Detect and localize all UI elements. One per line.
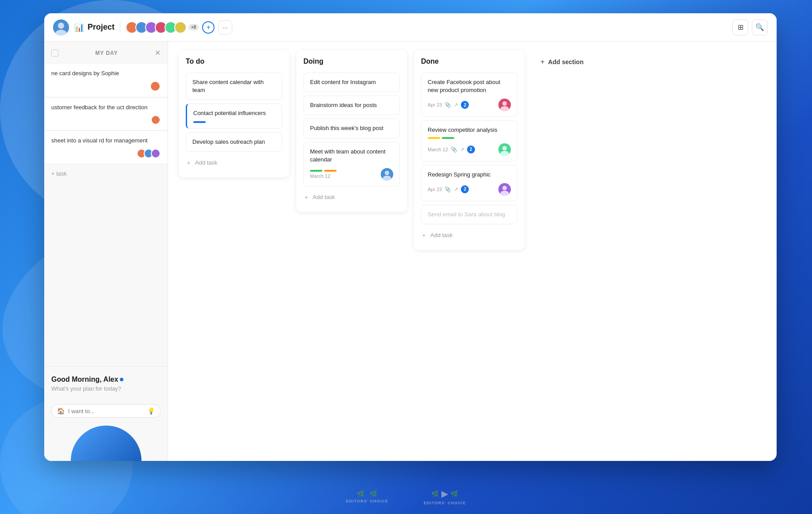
doing-add-task-button[interactable]: ＋ Add task [303, 190, 400, 205]
todo-task-2[interactable]: Contact potential influencers [186, 104, 282, 128]
progress-green2 [442, 137, 454, 139]
todo-task-3-text: Develop sales outreach plan [192, 138, 276, 146]
done-task-2-badge: 2 [467, 146, 475, 153]
done-task-2-date: March 12 [428, 147, 448, 152]
column-done-title: Done [421, 58, 439, 65]
divider [120, 21, 120, 34]
todo-add-icon: ＋ [186, 159, 192, 167]
doing-task-4-progress [310, 170, 337, 172]
leaf-right-1: 🌿 [370, 490, 377, 497]
svg-point-13 [502, 186, 507, 190]
done-task-2-avatar [498, 143, 511, 156]
my-day-checkbox[interactable] [51, 50, 58, 57]
done-task-2-text: Review competitor analysis [428, 126, 511, 134]
column-doing: Doing Edit content for Instagram Brainst… [296, 50, 407, 212]
myday-task-1-meta [51, 81, 161, 92]
share-icon-2: ↗ [460, 146, 464, 153]
myday-add-task[interactable]: + task [44, 165, 168, 182]
done-task-1[interactable]: Create Facebook post about new product p… [421, 73, 517, 117]
myday-task-3-meta [51, 149, 161, 158]
done-task-2[interactable]: Review competitor analysis March 12 📎 ↗ … [421, 120, 517, 161]
done-task-3-date: Apr 23 [428, 187, 442, 192]
todo-task-2-progress [193, 121, 206, 123]
done-task-3[interactable]: Redesign Spring graphic Apr 23 📎 ↗ 2 [421, 165, 517, 201]
done-task-4-text: Send email to Sara about blog [428, 211, 511, 219]
doing-task-3[interactable]: Publish this week's blog post [303, 119, 400, 138]
todo-task-3[interactable]: Develop sales outreach plan [186, 132, 282, 152]
myday-task-2-meta [51, 115, 161, 125]
svg-point-10 [502, 146, 507, 150]
doing-task-1[interactable]: Edit content for Instagram [303, 73, 400, 92]
svg-point-4 [385, 171, 389, 175]
badge-label-1: EDITORS' CHOICE [346, 499, 388, 503]
more-options-button[interactable]: ··· [218, 20, 232, 35]
done-task-2-progress [428, 137, 511, 139]
my-day-task-list: ne card designs by Sophie ustomer feedba… [44, 61, 168, 366]
my-day-header: MY DAY ✕ [44, 42, 168, 61]
progress-orange [324, 170, 337, 172]
column-done: Done Create Facebook post about new prod… [414, 50, 525, 250]
share-icon-3: ↗ [454, 186, 458, 192]
add-member-button[interactable]: + [202, 21, 214, 34]
progress-green [310, 170, 322, 172]
greeting-dot [120, 378, 123, 381]
project-title: 📊 Project [74, 23, 115, 32]
doing-task-4-text: Meet with team about content calendar [310, 148, 393, 164]
done-add-icon: ＋ [421, 231, 427, 239]
add-section-button[interactable]: + Add section [532, 52, 602, 72]
myday-search-input[interactable] [68, 408, 144, 414]
kanban-board: To do Share content calendar with team C… [168, 42, 777, 461]
top-bar: 📊 Project +8 + ··· ⊞ 🔍 [44, 13, 777, 42]
myday-task-3[interactable]: sheet into a visual rd for management [44, 131, 168, 164]
column-doing-header: Doing [303, 58, 400, 65]
doing-task-2[interactable]: Brainstorm ideas for posts [303, 96, 400, 115]
share-icon: ↗ [454, 102, 458, 108]
top-bar-right: ⊞ 🔍 [732, 19, 768, 35]
doing-task-4-meta: March 12 [310, 168, 393, 180]
done-task-3-meta: Apr 23 📎 ↗ 2 [428, 183, 511, 196]
idea-icon: 💡 [147, 407, 155, 414]
layout-toggle-button[interactable]: ⊞ [732, 19, 748, 35]
my-day-close-button[interactable]: ✕ [155, 49, 161, 57]
chart-icon: 📊 [74, 23, 84, 32]
avatar [53, 19, 69, 35]
myday-task-2[interactable]: ustomer feedback for the uct direction [44, 98, 168, 130]
leaf-left-1: 🌿 [357, 490, 364, 497]
badge-editors-choice-2: 🌿 ▶ 🌿 EDITORS' CHOICE [424, 488, 466, 505]
greeting-section: Good Morning, Alex What's your plan for … [44, 366, 168, 401]
done-task-3-text: Redesign Spring graphic [428, 171, 511, 179]
myday-task-2-text: ustomer feedback for the uct direction [51, 104, 161, 111]
greeting-text: Good Morning, Alex [51, 376, 161, 384]
progress-yellow [428, 137, 440, 139]
myday-task-1[interactable]: ne card designs by Sophie [44, 64, 168, 97]
todo-task-2-text: Contact potential influencers [193, 109, 276, 117]
doing-task-4-avatar [381, 168, 393, 180]
todo-add-task-button[interactable]: ＋ Add task [186, 155, 282, 170]
column-todo-title: To do [186, 58, 204, 65]
todo-add-label: Add task [195, 159, 218, 166]
done-task-1-avatar [498, 99, 511, 111]
decorative-semicircle [44, 421, 168, 461]
doing-add-label: Add task [313, 194, 335, 200]
column-doing-title: Doing [303, 58, 323, 65]
done-add-task-button[interactable]: ＋ Add task [421, 228, 517, 243]
myday-task-2-avatar-1 [151, 115, 161, 125]
leaf-right-2: 🌿 [451, 490, 458, 497]
myday-search-bar[interactable]: 🏠 💡 [51, 404, 161, 418]
badge-label-2: EDITORS' CHOICE [424, 501, 466, 505]
add-section-label: Add section [548, 58, 583, 65]
done-task-3-badge: 2 [461, 185, 469, 193]
badge-row-2: 🌿 ▶ 🌿 [431, 488, 458, 499]
avatar-image [53, 19, 69, 35]
todo-task-1-text: Share content calendar with team [192, 78, 276, 94]
search-button[interactable]: 🔍 [752, 19, 768, 35]
column-done-header: Done [421, 58, 517, 65]
more-members-badge: +8 [188, 24, 199, 31]
done-task-1-icons: Apr 23 📎 ↗ 2 [428, 101, 469, 109]
leaf-left-2: 🌿 [431, 490, 439, 497]
todo-task-1[interactable]: Share content calendar with team [186, 73, 282, 100]
doing-task-4[interactable]: Meet with team about content calendar Ma… [303, 142, 400, 186]
attachment-icon-3: 📎 [444, 186, 451, 192]
done-task-4[interactable]: Send email to Sara about blog [421, 205, 517, 224]
badge-row-1: 🌿 🌿 [357, 490, 377, 497]
